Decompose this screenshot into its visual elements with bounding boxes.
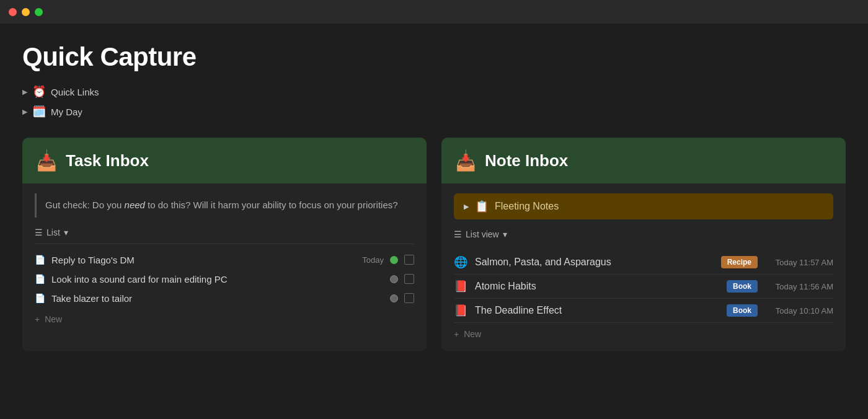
tag-badge: Book [727, 304, 758, 317]
note-inbox-icon-wrapper: ↓ 📥 [454, 149, 477, 172]
chevron-right-icon: ▶ [464, 203, 469, 211]
note-title: Salmon, Pasta, and Asparagus [475, 257, 714, 268]
fleeting-notes-label: Fleeting Notes [495, 201, 559, 212]
note-title: The Deadline Effect [475, 305, 719, 316]
task-inbox-panel: ↓ 📥 Task Inbox Gut check: Do you need to… [22, 138, 427, 351]
task-label: Take blazer to tailor [51, 293, 378, 304]
note-emoji: 📕 [454, 304, 467, 317]
list-item: 📕 The Deadline Effect Book Today 10:10 A… [454, 299, 833, 323]
table-row: 📄 Look into a sound card for main editin… [35, 270, 414, 289]
note-inbox-body: ▶ 📋 Fleeting Notes ☰ List view ▾ 🌐 Salmo… [441, 183, 846, 351]
list-item: 📕 Atomic Habits Book Today 11:56 AM [454, 275, 833, 299]
note-timestamp: Today 10:10 AM [765, 306, 833, 315]
task-label: Look into a sound card for main editing … [51, 274, 378, 284]
nav-quick-links-label: Quick Links [51, 87, 99, 97]
note-timestamp: Today 11:57 AM [765, 258, 833, 267]
quote-post: to do this? Will it harm your ability to… [145, 200, 398, 210]
nav-my-day-label: My Day [51, 107, 82, 117]
status-dot-green [390, 256, 398, 264]
page-title: Quick Capture [22, 42, 846, 72]
table-row: 📄 Take blazer to tailor [35, 289, 414, 308]
chevron-down-icon: ▾ [503, 229, 507, 239]
table-row: 📄 Reply to Tiago's DM Today [35, 250, 414, 270]
maximize-button[interactable] [35, 8, 43, 16]
plus-icon: + [35, 314, 40, 324]
note-inbox-title: Note Inbox [485, 151, 568, 170]
list-icon: ☰ [35, 227, 43, 237]
task-checkbox[interactable] [404, 293, 414, 303]
task-list-divider [35, 244, 414, 244]
task-inbox-quote: Gut check: Do you need to do this? Will … [35, 193, 414, 218]
new-note-label: New [464, 329, 481, 339]
sidebar-item-my-day[interactable]: ▶ 🗓️ My Day [22, 103, 846, 120]
tag-badge: Recipe [721, 256, 758, 268]
list-toggle-label: List [46, 227, 60, 237]
list-item: 🌐 Salmon, Pasta, and Asparagus Recipe To… [454, 250, 833, 275]
my-day-icon: 🗓️ [32, 105, 46, 118]
note-inbox-panel: ↓ 📥 Note Inbox ▶ 📋 Fleeting Notes ☰ List… [441, 138, 846, 351]
task-label: Reply to Tiago's DM [51, 255, 356, 265]
add-note-button[interactable]: + New [454, 327, 833, 342]
new-task-label: New [45, 314, 62, 324]
chevron-right-icon: ▶ [22, 108, 27, 116]
chevron-right-icon: ▶ [22, 88, 27, 96]
titlebar [0, 0, 868, 24]
down-arrow-icon: ↓ [463, 146, 468, 157]
task-checkbox[interactable] [404, 255, 414, 265]
list-view-toggle[interactable]: ☰ List ▾ [35, 227, 414, 237]
down-arrow-icon: ↓ [44, 146, 49, 157]
minimize-button[interactable] [22, 8, 30, 16]
close-button[interactable] [9, 8, 17, 16]
status-dot-gray [390, 294, 398, 302]
add-task-button[interactable]: + New [35, 312, 414, 327]
note-emoji: 📕 [454, 280, 467, 293]
list-view-label: List view [466, 229, 499, 239]
plus-icon: + [454, 329, 459, 339]
task-file-icon: 📄 [35, 293, 45, 303]
task-inbox-title: Task Inbox [66, 151, 149, 170]
tag-badge: Book [727, 280, 758, 293]
panels-row: ↓ 📥 Task Inbox Gut check: Do you need to… [22, 138, 846, 351]
quote-italic: need [125, 200, 145, 210]
task-file-icon: 📄 [35, 274, 45, 284]
chevron-down-icon: ▾ [64, 227, 68, 237]
status-dot-gray [390, 275, 398, 283]
sidebar-item-quick-links[interactable]: ▶ ⏰ Quick Links [22, 83, 846, 100]
note-inbox-header: ↓ 📥 Note Inbox [441, 138, 846, 183]
note-emoji: 🌐 [454, 255, 467, 269]
list-icon: ☰ [454, 229, 462, 239]
quick-links-icon: ⏰ [32, 85, 46, 99]
note-timestamp: Today 11:56 AM [765, 282, 833, 291]
task-date: Today [362, 255, 384, 265]
task-file-icon: 📄 [35, 255, 45, 265]
quote-pre: Gut check: Do you [45, 200, 125, 210]
main-content: Quick Capture ▶ ⏰ Quick Links ▶ 🗓️ My Da… [0, 24, 868, 364]
task-inbox-icon-wrapper: ↓ 📥 [35, 149, 58, 172]
task-inbox-body: Gut check: Do you need to do this? Will … [22, 183, 427, 337]
fleeting-notes-section[interactable]: ▶ 📋 Fleeting Notes [454, 193, 833, 219]
task-inbox-header: ↓ 📥 Task Inbox [22, 138, 427, 183]
fleeting-notes-icon: 📋 [475, 200, 489, 213]
note-title: Atomic Habits [475, 281, 719, 292]
list-view-toggle[interactable]: ☰ List view ▾ [454, 227, 833, 242]
task-checkbox[interactable] [404, 274, 414, 284]
